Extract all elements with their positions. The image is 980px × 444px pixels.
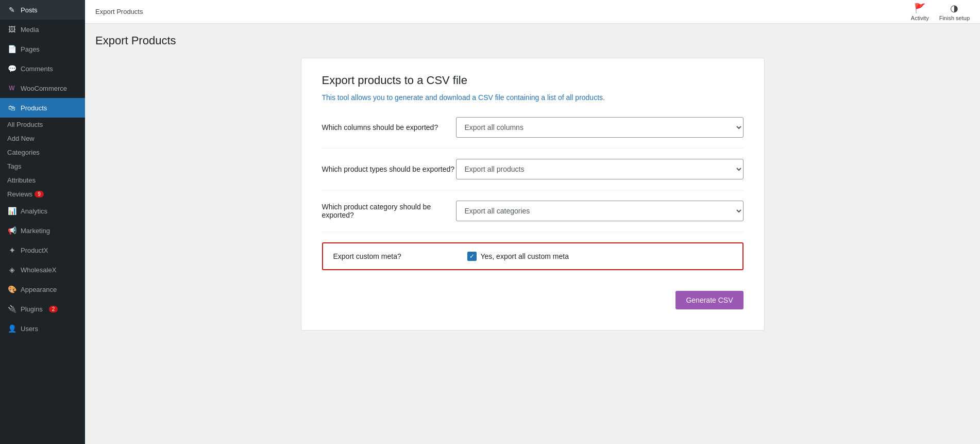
- sidebar-item-label: Analytics: [21, 207, 47, 215]
- generate-csv-button[interactable]: Generate CSV: [675, 291, 743, 309]
- product-types-row: Which product types should be exported? …: [322, 159, 744, 190]
- sidebar-item-label: ProductX: [21, 246, 48, 254]
- products-icon: 🛍: [7, 103, 16, 112]
- sidebar-subitem-add-new[interactable]: Add New: [0, 131, 85, 145]
- sidebar-item-users[interactable]: 👤 Users: [0, 319, 85, 338]
- sidebar-item-analytics[interactable]: 📊 Analytics: [0, 201, 85, 221]
- sidebar-item-label: Media: [21, 26, 39, 34]
- sidebar-item-appearance[interactable]: 🎨 Appearance: [0, 279, 85, 299]
- category-row: Which product category should be exporte…: [322, 201, 744, 232]
- breadcrumb: Export Products: [95, 8, 143, 15]
- finish-setup-button[interactable]: ◑ Finish setup: [939, 3, 970, 21]
- custom-meta-label: Export custom meta?: [333, 252, 467, 260]
- sidebar-item-productx[interactable]: ✦ ProductX: [0, 240, 85, 260]
- finish-setup-icon: ◑: [950, 3, 958, 14]
- category-label: Which product category should be exporte…: [322, 203, 456, 219]
- wholesalex-icon: ◈: [7, 265, 16, 274]
- sidebar-item-label: Plugins: [21, 305, 43, 313]
- export-card-title: Export products to a CSV file: [322, 74, 744, 87]
- sidebar-item-plugins[interactable]: 🔌 Plugins 2: [0, 299, 85, 319]
- activity-icon: 🚩: [914, 3, 925, 14]
- sidebar-item-posts[interactable]: ✎ Posts: [0, 0, 85, 20]
- category-select[interactable]: Export all categories: [456, 201, 744, 221]
- sidebar-item-label: Users: [21, 325, 38, 333]
- sidebar-item-comments[interactable]: 💬 Comments: [0, 59, 85, 78]
- sidebar-item-label: WooCommerce: [21, 85, 67, 92]
- plugins-badge: 2: [49, 306, 58, 313]
- product-types-label: Which product types should be exported?: [322, 165, 456, 173]
- marketing-icon: 📢: [7, 226, 16, 235]
- reviews-badge: 9: [35, 191, 44, 198]
- main-wrap: Export Products 🚩 Activity ◑ Finish setu…: [85, 0, 980, 444]
- sidebar-item-products[interactable]: 🛍 Products: [0, 98, 85, 118]
- custom-meta-checkbox-label[interactable]: ✓ Yes, export all custom meta: [467, 252, 569, 261]
- sidebar-item-label: Products: [21, 104, 47, 112]
- sidebar-subitem-attributes[interactable]: Attributes: [0, 173, 85, 187]
- sidebar-item-woocommerce[interactable]: W WooCommerce: [0, 78, 85, 98]
- sidebar-subitem-reviews[interactable]: Reviews 9: [0, 187, 85, 201]
- custom-meta-checkbox[interactable]: ✓: [467, 252, 477, 261]
- media-icon: 🖼: [7, 25, 16, 34]
- sidebar-subitem-tags[interactable]: Tags: [0, 159, 85, 173]
- sidebar-item-media[interactable]: 🖼 Media: [0, 20, 85, 39]
- product-types-select[interactable]: Export all products: [456, 159, 744, 179]
- products-submenu: All Products Add New Categories Tags Att…: [0, 118, 85, 201]
- appearance-icon: 🎨: [7, 285, 16, 294]
- export-card-description: This tool allows you to generate and dow…: [322, 93, 744, 102]
- content-area: Export Products Export products to a CSV…: [85, 24, 980, 444]
- sidebar-item-pages[interactable]: 📄 Pages: [0, 39, 85, 59]
- button-row: Generate CSV: [322, 286, 744, 309]
- productx-icon: ✦: [7, 245, 16, 255]
- custom-meta-checkbox-text: Yes, export all custom meta: [481, 252, 569, 260]
- analytics-icon: 📊: [7, 206, 16, 216]
- activity-label: Activity: [911, 15, 929, 21]
- finish-setup-label: Finish setup: [939, 15, 970, 21]
- sidebar-item-wholesalex[interactable]: ◈ WholesaleX: [0, 260, 85, 279]
- custom-meta-row: Export custom meta? ✓ Yes, export all cu…: [322, 242, 744, 270]
- sidebar-item-products-wrap: 🛍 Products: [0, 98, 85, 118]
- posts-icon: ✎: [7, 5, 16, 14]
- woocommerce-icon: W: [7, 84, 16, 93]
- sidebar-item-label: Pages: [21, 45, 40, 53]
- sidebar-subitem-all-products[interactable]: All Products: [0, 118, 85, 131]
- users-icon: 👤: [7, 324, 16, 333]
- sidebar-item-marketing[interactable]: 📢 Marketing: [0, 221, 85, 240]
- sidebar-subitem-categories[interactable]: Categories: [0, 145, 85, 159]
- sidebar-item-label: Appearance: [21, 286, 57, 293]
- sidebar-item-label: Comments: [21, 65, 53, 73]
- topbar: Export Products 🚩 Activity ◑ Finish setu…: [85, 0, 980, 24]
- comments-icon: 💬: [7, 64, 16, 73]
- topbar-actions: 🚩 Activity ◑ Finish setup: [911, 3, 970, 21]
- columns-row: Which columns should be exported? Export…: [322, 117, 744, 149]
- pages-icon: 📄: [7, 44, 16, 54]
- sidebar: ✎ Posts 🖼 Media 📄 Pages 💬 Comments W Woo…: [0, 0, 85, 444]
- sidebar-item-label: WholesaleX: [21, 266, 56, 274]
- page-title: Export Products: [95, 34, 970, 47]
- activity-button[interactable]: 🚩 Activity: [911, 3, 929, 21]
- plugins-icon: 🔌: [7, 304, 16, 314]
- sidebar-item-label: Marketing: [21, 227, 50, 235]
- columns-select[interactable]: Export all columns: [456, 117, 744, 138]
- export-card: Export products to a CSV file This tool …: [301, 58, 765, 331]
- sidebar-item-label: Posts: [21, 6, 38, 14]
- columns-label: Which columns should be exported?: [322, 123, 456, 131]
